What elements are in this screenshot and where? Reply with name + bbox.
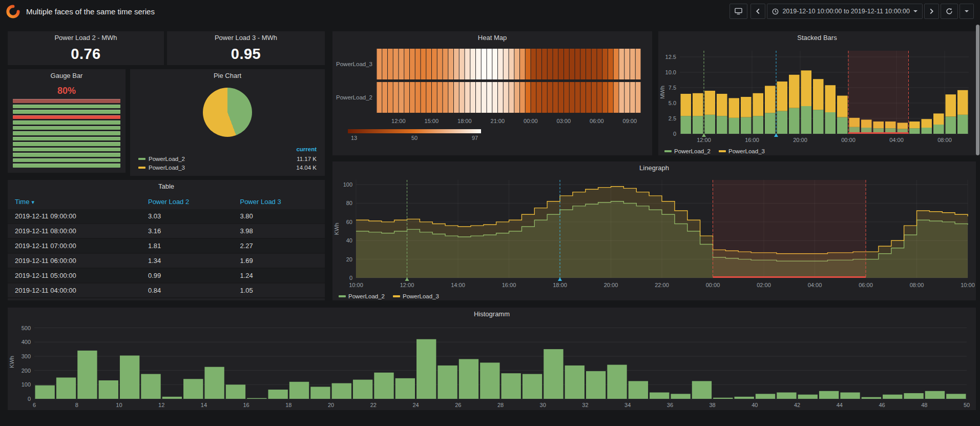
svg-text:97: 97 — [472, 135, 478, 141]
legend-label: PowerLoad_2 — [674, 148, 711, 154]
svg-text:04:00: 04:00 — [889, 137, 904, 143]
legend-item-PowerLoad_3[interactable]: PowerLoad_3 — [393, 293, 439, 299]
legend-swatch — [664, 150, 672, 152]
scrollbar[interactable] — [976, 25, 979, 155]
svg-text:7.5: 7.5 — [669, 85, 676, 91]
legend-item-PowerLoad_3[interactable]: PowerLoad_3 — [719, 148, 765, 154]
refresh-interval-dropdown[interactable] — [960, 4, 974, 19]
legend-swatch — [339, 295, 346, 297]
svg-text:09:00: 09:00 — [623, 118, 637, 124]
time-range-button[interactable]: 2019-12-10 10:00:00 to 2019-12-11 10:00:… — [767, 4, 923, 19]
panel-title[interactable]: Gauge Bar — [8, 69, 126, 83]
panel-table: Table Time▾ Power Load 2 Power Load 3 20… — [8, 180, 325, 300]
refresh-icon — [946, 8, 953, 15]
panel-title[interactable]: Pie Chart — [130, 69, 325, 83]
table-cell: 3.98 — [233, 224, 325, 238]
stat-value: 0.76 — [8, 43, 164, 65]
panel-linegraph: Linegraph 020406080100KWh10:0012:0014:00… — [332, 161, 976, 300]
legend: PowerLoad_2PowerLoad_3 — [339, 293, 439, 299]
svg-text:36: 36 — [667, 402, 673, 408]
pie-legend-label: PowerLoad_2 — [149, 156, 294, 162]
legend-item-PowerLoad_2[interactable]: PowerLoad_2 — [664, 148, 711, 154]
heatmap-chart[interactable]: PowerLoad_3PowerLoad_212:0015:0018:0021:… — [332, 45, 652, 155]
table-header-power-load-2[interactable]: Power Load 2 — [141, 193, 233, 209]
table-header-power-load-3[interactable]: Power Load 3 — [233, 193, 325, 209]
svg-text:100: 100 — [343, 181, 352, 188]
gauge-bar-dim-red — [13, 99, 120, 103]
svg-text:12:00: 12:00 — [400, 282, 414, 288]
svg-text:0: 0 — [673, 131, 676, 137]
legend-item-PowerLoad_2[interactable]: PowerLoad_2 — [339, 293, 385, 299]
legend: PowerLoad_2PowerLoad_3 — [664, 148, 765, 154]
table-cell: 2019-12-11 09:00:00 — [8, 209, 141, 224]
svg-text:500: 500 — [22, 325, 31, 331]
pie-legend-item-PowerLoad_3[interactable]: PowerLoad_314.04 K — [138, 163, 317, 172]
svg-text:PowerLoad_2: PowerLoad_2 — [336, 94, 372, 100]
pie-legend-value: 14.04 K — [296, 165, 317, 171]
time-back-button[interactable] — [750, 4, 765, 19]
caret-down-icon — [913, 10, 918, 12]
svg-text:18: 18 — [285, 402, 291, 408]
svg-text:40: 40 — [346, 237, 352, 244]
legend-label: PowerLoad_2 — [348, 293, 385, 299]
linegraph-chart[interactable]: 020406080100KWh10:0012:0014:0016:0018:00… — [332, 175, 976, 290]
svg-text:400: 400 — [22, 339, 31, 345]
panel-title[interactable]: Linegraph — [332, 161, 976, 175]
svg-text:10:00: 10:00 — [349, 282, 363, 288]
svg-text:13: 13 — [351, 135, 357, 141]
svg-text:60: 60 — [346, 219, 352, 225]
panel-stat-power-load-3: Power Load 3 - MWh 0.95 — [167, 31, 325, 65]
svg-text:06:00: 06:00 — [859, 282, 873, 288]
grafana-logo-icon[interactable] — [6, 5, 20, 18]
svg-text:00:00: 00:00 — [706, 282, 720, 288]
svg-text:KWh: KWh — [9, 356, 15, 368]
time-range-label: 2019-12-10 10:00:00 to 2019-12-11 10:00:… — [782, 8, 910, 15]
gauge-percent-label: 80% — [8, 86, 126, 96]
refresh-button[interactable] — [941, 4, 958, 19]
gauge-bar-green — [13, 148, 120, 152]
svg-text:16: 16 — [243, 402, 249, 408]
svg-text:MWh: MWh — [659, 86, 665, 99]
table-cell: 2.27 — [233, 238, 325, 253]
table-cell: 2019-12-11 08:00:00 — [8, 224, 141, 238]
tv-mode-button[interactable] — [729, 4, 747, 19]
svg-text:50: 50 — [964, 402, 970, 408]
svg-text:21:00: 21:00 — [491, 118, 505, 124]
svg-text:14: 14 — [201, 402, 207, 408]
gauge-bar-green — [13, 110, 120, 114]
legend-swatch — [138, 158, 145, 160]
pie-legend-item-PowerLoad_2[interactable]: PowerLoad_211.17 K — [138, 154, 317, 163]
stacked-bars-chart[interactable]: 02.55.07.510.012.5MWh12:0016:0020:0000:0… — [658, 45, 976, 145]
svg-text:08:00: 08:00 — [937, 137, 952, 143]
svg-text:15:00: 15:00 — [425, 118, 439, 124]
panel-title[interactable]: Stacked Bars — [658, 31, 976, 45]
navbar: Multiple faces of the same time series — [0, 0, 980, 23]
panel-title[interactable]: Histogramm — [8, 308, 976, 321]
svg-text:12.5: 12.5 — [665, 54, 676, 60]
svg-text:200: 200 — [22, 368, 31, 374]
dashboard-title[interactable]: Multiple faces of the same time series — [26, 7, 155, 16]
pie-chart[interactable] — [203, 88, 252, 137]
svg-text:06:00: 06:00 — [590, 118, 604, 124]
svg-text:00:00: 00:00 — [841, 137, 856, 143]
panel-title[interactable]: Table — [8, 180, 325, 193]
svg-text:8: 8 — [75, 402, 78, 408]
data-table: Time▾ Power Load 2 Power Load 3 2019-12-… — [8, 193, 325, 298]
table-cell: 1.69 — [233, 253, 325, 268]
table-cell: 1.34 — [141, 253, 233, 268]
panel-title[interactable]: Heat Map — [332, 31, 652, 45]
legend-label: PowerLoad_3 — [728, 148, 765, 154]
table-cell: 0.84 — [141, 283, 233, 298]
table-cell: 3.03 — [141, 209, 233, 224]
table-header-time[interactable]: Time▾ — [8, 193, 141, 209]
time-forward-button[interactable] — [924, 4, 939, 19]
svg-text:42: 42 — [794, 402, 800, 408]
svg-text:44: 44 — [837, 402, 843, 408]
clock-icon — [772, 8, 779, 15]
panel-stat-power-load-2: Power Load 2 - MWh 0.76 — [8, 31, 164, 65]
svg-text:22: 22 — [370, 402, 377, 408]
histogram-chart[interactable]: 0100200300400500KWh681012141618202224262… — [8, 321, 976, 410]
gauge-bar-green — [13, 126, 120, 130]
table-cell: 2019-12-11 04:00:00 — [8, 283, 141, 298]
table-cell: 3.16 — [141, 224, 233, 238]
